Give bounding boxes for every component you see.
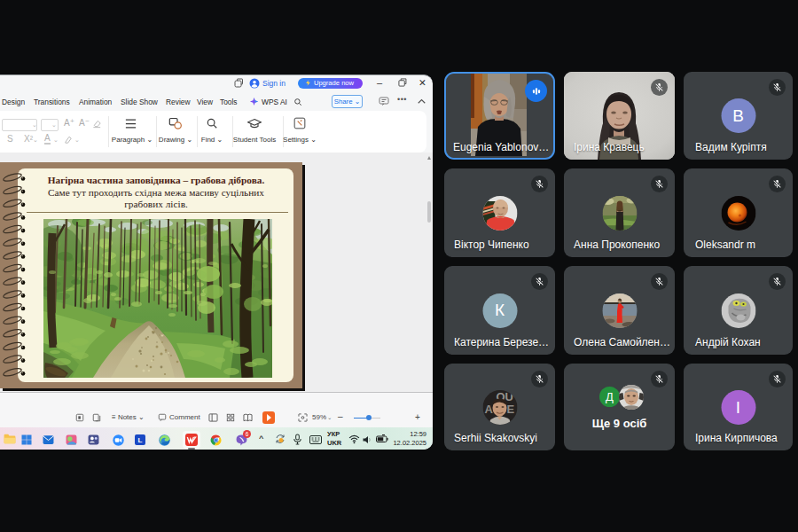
svg-text:L: L <box>138 436 143 444</box>
svg-text:A: A <box>484 403 493 416</box>
svg-text:E: E <box>506 403 514 416</box>
